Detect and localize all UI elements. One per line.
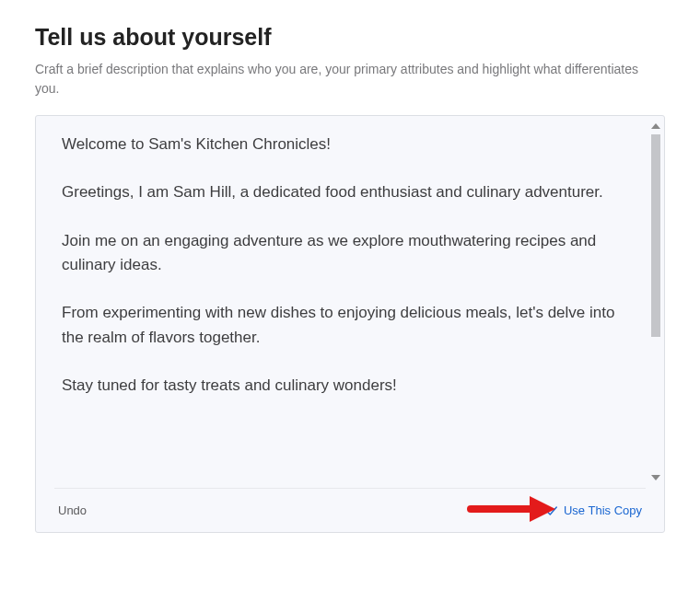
text-scroll-wrapper: Welcome to Sam's Kitchen Chronicles! Gre… (36, 116, 664, 488)
description-paragraph: Welcome to Sam's Kitchen Chronicles! (62, 133, 627, 156)
undo-button[interactable]: Undo (58, 503, 87, 517)
arrow-annotation-icon (467, 491, 555, 531)
chevron-up-icon (651, 123, 660, 129)
scroll-thumb[interactable] (651, 134, 660, 337)
use-this-copy-label: Use This Copy (564, 503, 642, 517)
page-subtitle: Craft a brief description that explains … (35, 60, 652, 98)
page-title: Tell us about yourself (35, 24, 665, 51)
scrollbar[interactable] (648, 116, 664, 488)
description-paragraph: Greetings, I am Sam Hill, a dedicated fo… (62, 180, 627, 204)
chevron-down-icon (651, 475, 660, 480)
scroll-up-button[interactable] (648, 120, 664, 133)
description-textarea[interactable]: Welcome to Sam's Kitchen Chronicles! Gre… (36, 116, 648, 488)
description-paragraph: Stay tuned for tasty treats and culinary… (62, 374, 627, 398)
check-icon (545, 504, 558, 517)
use-this-copy-button[interactable]: Use This Copy (545, 503, 642, 517)
description-paragraph: From experimenting with new dishes to en… (62, 301, 627, 350)
card-footer: Undo Use This Copy (54, 488, 646, 532)
description-paragraph: Join me on an engaging adventure as we e… (62, 229, 627, 278)
scroll-down-button[interactable] (648, 471, 664, 484)
description-card: Welcome to Sam's Kitchen Chronicles! Gre… (35, 115, 665, 533)
